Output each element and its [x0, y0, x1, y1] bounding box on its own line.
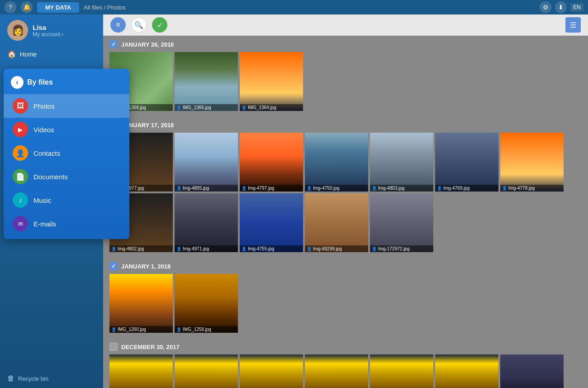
documents-icon: 📄 — [13, 169, 28, 184]
photo-filename: Img-4802.jpg — [118, 246, 144, 251]
mydata-tab[interactable]: MY DATA — [37, 2, 79, 13]
sidebar-item-contacts[interactable]: 👤 Contacts — [4, 141, 129, 165]
photo-thumb[interactable]: 👤Img-172972.jpg — [370, 193, 433, 252]
photo-thumb[interactable]: 👤eiffel1.jpg — [109, 354, 173, 388]
photo-label: 👤Img-4755.jpg — [240, 245, 303, 252]
photo-thumb[interactable]: 👤Img-4755.jpg — [240, 193, 303, 252]
photo-image — [175, 274, 238, 333]
photo-filename: IMG_1364.jpg — [248, 105, 276, 110]
photo-filename: Img-4971.jpg — [183, 246, 209, 251]
photo-image — [240, 193, 303, 252]
photo-thumb[interactable]: 👤Img-68299.jpg — [305, 193, 368, 252]
section-header: ✓JANUARY 1, 2018 — [109, 262, 582, 270]
photo-thumb[interactable]: 👤eiffel4.jpg — [305, 354, 368, 388]
photo-label: 👤Img-68299.jpg — [305, 245, 368, 252]
sidebar-item-photos[interactable]: 🖼 Photos — [4, 94, 129, 118]
photo-file-icon: 👤 — [176, 186, 181, 191]
photo-image — [305, 133, 368, 192]
sidebar: 👩 Lisa My account › 🏠 Home ‹ By files — [0, 14, 103, 388]
photo-file-icon: 👤 — [176, 327, 181, 332]
avatar: 👩 — [7, 20, 28, 41]
breadcrumb: All files / Photos — [84, 4, 126, 11]
photo-filename: Img-4805.jpg — [183, 186, 209, 191]
photo-label: 👤Img-4769.jpg — [435, 185, 498, 192]
help-icon[interactable]: ? — [5, 1, 16, 13]
photo-image — [175, 354, 238, 388]
photo-thumb[interactable]: 👤building.jpg — [500, 354, 564, 388]
sidebar-item-music[interactable]: ♪ Music — [4, 188, 129, 212]
photo-image — [370, 354, 433, 388]
photo-thumb[interactable]: 👤IMG_1258.jpg — [175, 274, 238, 333]
photo-section: DECEMBER 30, 2017👤eiffel1.jpg👤eiffel2.jp… — [103, 338, 588, 388]
photo-image — [109, 354, 173, 388]
photo-file-icon: 👤 — [502, 186, 507, 191]
back-arrow-icon: ‹ — [16, 78, 18, 86]
emails-icon: ✉ — [13, 216, 28, 231]
photo-filename: Img-4769.jpg — [443, 186, 469, 191]
recycle-bin[interactable]: 🗑 Recycle bin — [0, 369, 103, 388]
user-info: Lisa My account › — [33, 24, 63, 38]
photo-section: ✓JANUARY 17, 2018👤Img-4977.jpg👤Img-4805.… — [103, 116, 588, 258]
view-toggle-button[interactable]: ☰ — [565, 17, 581, 33]
sidebar-item-videos[interactable]: ▶ Videos — [4, 118, 129, 141]
photo-image — [109, 274, 173, 333]
filter-button[interactable]: ≡ — [110, 17, 126, 33]
photo-label: 👤Img-4778.jpg — [500, 185, 564, 192]
photo-thumb[interactable]: 👤Img-4803.jpg — [370, 133, 433, 192]
section-checkbox[interactable] — [109, 343, 118, 351]
photo-thumb[interactable]: 👤Img-4778.jpg — [500, 133, 564, 192]
download-icon[interactable]: ⬇ — [555, 1, 567, 13]
user-profile[interactable]: 👩 Lisa My account › — [0, 14, 103, 46]
back-button[interactable]: ‹ — [11, 76, 24, 89]
contacts-icon: 👤 — [13, 145, 28, 161]
photo-image — [175, 193, 238, 252]
photo-file-icon: 👤 — [307, 186, 312, 191]
sidebar-item-emails[interactable]: ✉ E-mails — [4, 212, 129, 235]
photo-filename: Img-172972.jpg — [378, 246, 410, 251]
photo-filename: IMG_1258.jpg — [183, 327, 211, 332]
search-button[interactable]: 🔍 — [131, 17, 147, 33]
photo-thumb[interactable]: 👤eiffel3.jpg — [240, 354, 303, 388]
section-checkbox[interactable]: ✓ — [109, 262, 118, 270]
photo-label: 👤Img-4802.jpg — [109, 245, 173, 252]
contacts-label: Contacts — [33, 149, 60, 157]
photo-thumb[interactable]: 👤Img-4971.jpg — [175, 193, 238, 252]
photo-thumb[interactable]: 👤Img-4750.jpg — [305, 133, 368, 192]
photo-grid: 👤IMG_1260.jpg👤IMG_1258.jpg — [109, 274, 582, 333]
photo-image — [175, 133, 238, 192]
photo-image — [370, 133, 433, 192]
photo-file-icon: 👤 — [111, 327, 116, 332]
photo-thumb[interactable]: 👤eiffel5.jpg — [370, 354, 433, 388]
photo-image — [435, 354, 498, 388]
sidebar-item-home[interactable]: 🏠 Home — [0, 46, 103, 62]
photo-thumb[interactable]: 👤IMG_1366.jpg — [175, 52, 238, 111]
photo-thumb[interactable]: 👤IMG_1260.jpg — [109, 274, 173, 333]
music-label: Music — [33, 196, 51, 204]
main-area: 👩 Lisa My account › 🏠 Home ‹ By files — [0, 14, 588, 388]
photo-grid: 👤Img-4977.jpg👤Img-4805.jpg👤Img-4797.jpg👤… — [109, 133, 582, 252]
section-checkbox[interactable]: ✓ — [109, 40, 118, 48]
section-header: ✓JANUARY 17, 2018 — [109, 121, 582, 129]
photo-thumb[interactable]: 👤Img-4805.jpg — [175, 133, 238, 192]
photo-thumb[interactable]: 👤eiffel2.jpg — [175, 354, 238, 388]
music-icon: ♪ — [13, 192, 28, 208]
language-selector[interactable]: EN — [570, 3, 583, 11]
settings-icon[interactable]: ⚙ — [540, 1, 551, 13]
photo-thumb[interactable]: 👤Img-4769.jpg — [435, 133, 498, 192]
photo-label: 👤IMG_1258.jpg — [175, 326, 238, 333]
top-bar-left: ? 🔔 MY DATA All files / Photos — [5, 1, 126, 13]
photo-file-icon: 👤 — [176, 247, 181, 251]
user-account: My account › — [33, 31, 63, 38]
select-all-button[interactable]: ✓ — [152, 17, 167, 33]
photo-file-icon: 👤 — [437, 186, 442, 191]
photo-thumb[interactable]: 👤Img-4797.jpg — [240, 133, 303, 192]
documents-label: Documents — [33, 173, 68, 181]
notifications-icon[interactable]: 🔔 — [21, 1, 33, 13]
photo-thumb[interactable]: 👤eiffel6.jpg — [435, 354, 498, 388]
byfiles-popup: ‹ By files 🖼 Photos ▶ Videos 👤 Contacts … — [4, 69, 129, 239]
photo-label: 👤Img-4797.jpg — [240, 185, 303, 192]
sidebar-item-documents[interactable]: 📄 Documents — [4, 165, 129, 188]
photo-thumb[interactable]: 👤IMG_1364.jpg — [240, 52, 303, 111]
home-icon: 🏠 — [7, 50, 16, 58]
photo-image — [240, 354, 303, 388]
